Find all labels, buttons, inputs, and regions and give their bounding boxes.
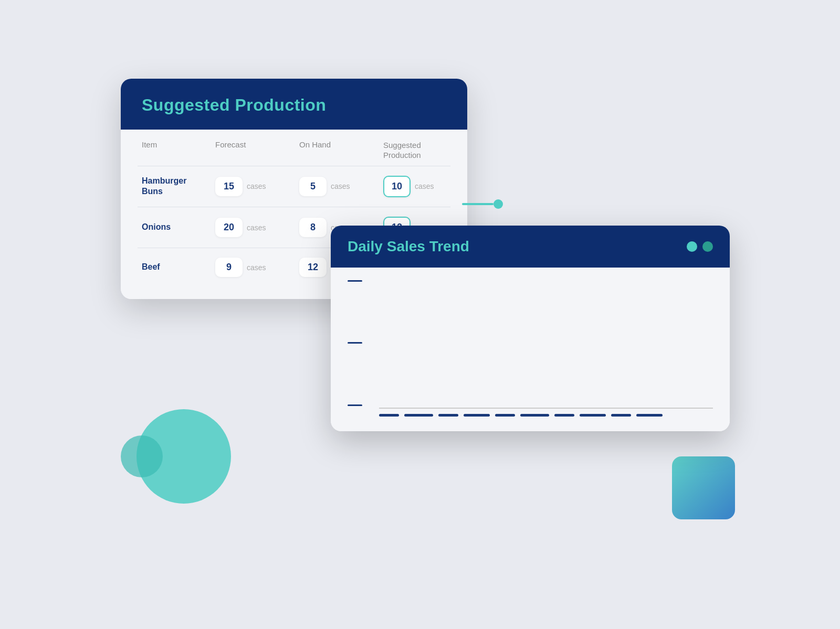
dot-teal	[687, 241, 697, 252]
sales-card-body	[331, 268, 730, 431]
suggested-unit: cases	[415, 182, 434, 190]
connector-stem	[462, 203, 494, 205]
forecast-unit: cases	[247, 263, 266, 272]
dash	[611, 414, 631, 417]
dash	[554, 414, 574, 417]
item-name: HamburgerBuns	[142, 176, 215, 198]
col-suggested: Suggested Production	[383, 140, 467, 161]
col-forecast: Forecast	[215, 140, 299, 161]
forecast-value: 20	[215, 218, 243, 237]
y-tick	[348, 280, 362, 282]
forecast-value: 15	[215, 177, 243, 196]
dash	[636, 414, 663, 417]
onhand-unit: cases	[331, 182, 350, 190]
production-card-title: Suggested Production	[142, 95, 446, 115]
forecast-unit: cases	[247, 182, 266, 190]
dash	[520, 414, 549, 417]
onhand-value: 8	[299, 218, 327, 237]
chart-main	[369, 407, 713, 417]
dash	[464, 414, 490, 417]
sales-card-header: Daily Sales Trend	[331, 226, 730, 268]
dash	[379, 414, 399, 417]
connector	[462, 199, 503, 209]
col-item: Item	[142, 140, 215, 161]
suggested-value[interactable]: 10	[383, 176, 411, 197]
chart-area	[348, 280, 713, 417]
onhand-value: 5	[299, 177, 327, 196]
chart-baseline	[379, 408, 713, 409]
production-card-header: Suggested Production	[121, 79, 467, 130]
item-name: Onions	[142, 222, 215, 233]
forecast-value: 9	[215, 258, 243, 277]
dot-dark-teal	[702, 241, 713, 252]
suggested-cell: 10 cases	[383, 176, 467, 197]
dash	[495, 414, 515, 417]
sales-card-title: Daily Sales Trend	[348, 238, 469, 255]
y-tick	[348, 404, 362, 406]
deco-circle-small	[121, 435, 163, 477]
sales-card: Daily Sales Trend	[331, 226, 730, 431]
item-name: Beef	[142, 262, 215, 273]
forecast-cell: 9 cases	[215, 258, 299, 277]
onhand-cell: 5 cases	[299, 177, 383, 196]
forecast-cell: 20 cases	[215, 218, 299, 237]
deco-square	[672, 456, 735, 519]
y-tick	[348, 342, 362, 344]
table-header: Item Forecast On Hand Suggested Producti…	[138, 130, 450, 166]
header-dots	[687, 241, 713, 252]
dash	[438, 414, 458, 417]
dash	[580, 414, 606, 417]
onhand-value: 12	[299, 258, 327, 277]
forecast-cell: 15 cases	[215, 177, 299, 196]
connector-dot	[494, 199, 503, 209]
table-row: HamburgerBuns 15 cases 5 cases 10 cases	[138, 166, 450, 207]
forecast-unit: cases	[247, 223, 266, 232]
chart-dashes	[379, 414, 713, 417]
scene: Suggested Production Item Forecast On Ha…	[105, 79, 735, 551]
col-onhand: On Hand	[299, 140, 383, 161]
dash	[404, 414, 433, 417]
chart-y-axis	[348, 280, 362, 417]
